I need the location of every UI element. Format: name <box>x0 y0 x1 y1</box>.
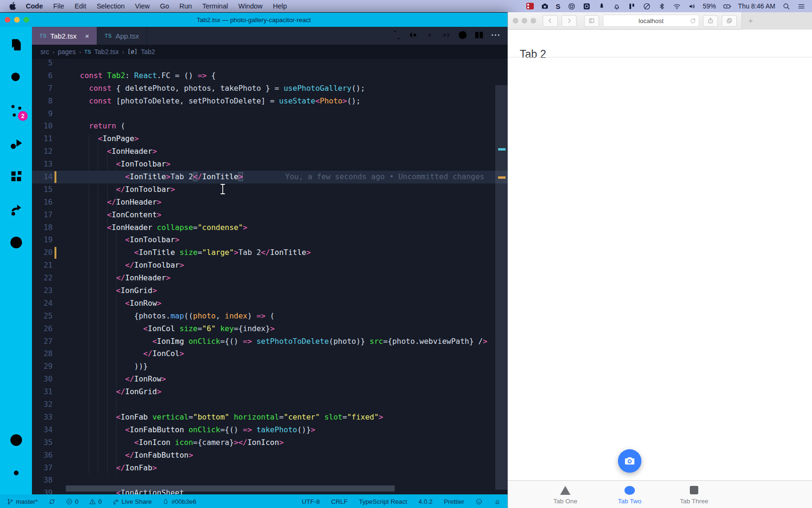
gutter <box>53 297 65 310</box>
activity-debug[interactable] <box>5 132 27 155</box>
split-editor-icon[interactable] <box>474 30 484 42</box>
editor-tab-app-tsx[interactable]: TSApp.tsx <box>97 27 147 45</box>
wifi-icon[interactable] <box>673 2 681 10</box>
menu-item-selection[interactable]: Selection <box>92 2 130 10</box>
tab-tab-two[interactable]: Tab Two <box>601 481 658 508</box>
battery-percent: 59% <box>703 2 716 10</box>
dnd-icon[interactable] <box>643 2 651 10</box>
menu-item-terminal[interactable]: Terminal <box>197 2 233 10</box>
record-icon[interactable] <box>568 2 576 10</box>
status-bell-sb[interactable] <box>494 498 501 505</box>
rocket-icon[interactable] <box>598 2 606 10</box>
window-ring-icon[interactable] <box>583 2 591 10</box>
safari-close-button[interactable] <box>513 18 518 24</box>
code-line-23: 23 <IonGrid> <box>32 285 508 297</box>
bluetooth-icon[interactable] <box>658 2 666 10</box>
activity-account[interactable] <box>5 429 27 451</box>
columns-icon[interactable] <box>628 2 636 10</box>
sidebar-icon[interactable] <box>584 15 599 27</box>
breadcrumb-item-tab2[interactable]: Tab2 <box>141 48 155 56</box>
activity-history[interactable] <box>5 231 27 254</box>
share-icon[interactable] <box>703 15 718 27</box>
breadcrumb-item-src[interactable]: src <box>40 48 49 56</box>
vscode-titlebar[interactable]: Tab2.tsx — photo-gallery-capacitor-react <box>0 13 508 27</box>
status-live-share-sb[interactable]: Live Share <box>112 498 152 505</box>
status-warning[interactable]: 0 <box>89 498 102 505</box>
film-icon[interactable] <box>526 3 534 9</box>
safari-zoom-button[interactable] <box>531 18 536 24</box>
prev-change-icon[interactable] <box>408 30 419 42</box>
status-feedback[interactable] <box>476 498 483 505</box>
status-typescript-react[interactable]: TypeScript React <box>359 498 407 505</box>
reload-icon[interactable] <box>690 18 696 24</box>
activity-source-control[interactable]: 2 <box>5 99 27 122</box>
activity-live-share[interactable] <box>5 198 27 221</box>
more-icon[interactable] <box>490 30 501 42</box>
gutter <box>53 209 65 222</box>
next-change-icon[interactable] <box>441 30 452 42</box>
camera-icon[interactable] <box>541 2 549 10</box>
line-number: 26 <box>32 323 53 335</box>
breadcrumb-item-tab2.tsx[interactable]: Tab2.tsx <box>94 48 119 56</box>
code-editor[interactable]: 56const Tab2: React.FC = () => {7 const … <box>32 59 508 494</box>
status-label: Live Share <box>122 498 152 505</box>
editor-tabs: TSTab2.tsx×TSApp.tsx <box>32 27 147 45</box>
overview-ruler-mark <box>498 176 506 179</box>
address-bar[interactable]: localhost <box>603 15 699 27</box>
activity-settings[interactable] <box>5 461 27 484</box>
volume-icon[interactable] <box>688 2 696 10</box>
menu-item-help[interactable]: Help <box>268 2 292 10</box>
gutter <box>53 70 65 82</box>
tab-tab-one[interactable]: Tab One <box>537 481 593 508</box>
tab-overview-icon[interactable] <box>722 15 737 27</box>
status-4.0.2[interactable]: 4.0.2 <box>418 498 432 505</box>
tab-label: Tab One <box>553 498 577 505</box>
page-title: Tab 2 <box>520 48 546 61</box>
menu-item-run[interactable]: Run <box>174 2 197 10</box>
status-ink[interactable]: #00b3e6 <box>162 498 196 505</box>
tab-tab-three[interactable]: Tab Three <box>666 481 722 508</box>
code-line-15: 15 </IonToolbar> <box>32 183 508 196</box>
activity-search[interactable] <box>5 66 27 89</box>
menu-item-edit[interactable]: Edit <box>70 2 92 10</box>
forward-button[interactable] <box>562 15 577 27</box>
code-text: <IonGrid> <box>65 285 508 297</box>
breadcrumb-separator: › <box>53 48 55 56</box>
menu-item-view[interactable]: View <box>130 2 155 10</box>
safari-minimize-button[interactable] <box>522 18 527 24</box>
code-text: <IonHeader> <box>65 145 508 158</box>
code-lines: 56const Tab2: React.FC = () => {7 const … <box>32 59 508 494</box>
menu-status-icons: S59%Thu 8:46 AM <box>526 2 805 10</box>
activity-extensions[interactable] <box>5 165 27 188</box>
code-text: <IonFab vertical="bottom" horizontal="ce… <box>65 411 508 424</box>
apple-icon[interactable] <box>7 2 21 10</box>
menu-clock[interactable]: Thu 8:46 AM <box>738 2 775 10</box>
new-tab-icon[interactable] <box>742 18 754 24</box>
bell-icon[interactable] <box>613 2 621 10</box>
git-compare-icon[interactable] <box>391 30 402 42</box>
camera-fab-button[interactable] <box>618 449 641 473</box>
vertical-scrollbar[interactable] <box>495 85 508 490</box>
menu-item-window[interactable]: Window <box>233 2 268 10</box>
menu-item-file[interactable]: File <box>48 2 69 10</box>
horizontal-scrollbar[interactable] <box>66 485 395 492</box>
status-utf-8[interactable]: UTF-8 <box>302 498 320 505</box>
breadcrumb-item-pages[interactable]: pages <box>58 48 76 56</box>
stats-s-icon[interactable]: S <box>556 2 561 10</box>
status-error[interactable]: 0 <box>66 498 79 505</box>
code-line-18: 18 <IonHeader collapse="condense"> <box>32 222 508 234</box>
close-tab-icon[interactable]: × <box>85 32 89 40</box>
back-button[interactable] <box>543 15 558 27</box>
menu-item-code[interactable]: Code <box>21 2 48 10</box>
status-crlf[interactable]: CRLF <box>331 498 347 505</box>
spotlight-icon[interactable] <box>782 2 790 10</box>
status-prettier[interactable]: Prettier <box>444 498 464 505</box>
file-history-icon[interactable] <box>457 30 468 42</box>
editor-tab-tab2-tsx[interactable]: TSTab2.tsx× <box>32 27 97 45</box>
activity-files[interactable] <box>5 33 27 56</box>
status-git-branch[interactable]: master* <box>7 498 38 505</box>
control-center-icon[interactable] <box>797 2 805 10</box>
change-dim-icon[interactable] <box>424 30 435 42</box>
menu-item-go[interactable]: Go <box>155 2 174 10</box>
status-sync[interactable] <box>48 498 55 505</box>
